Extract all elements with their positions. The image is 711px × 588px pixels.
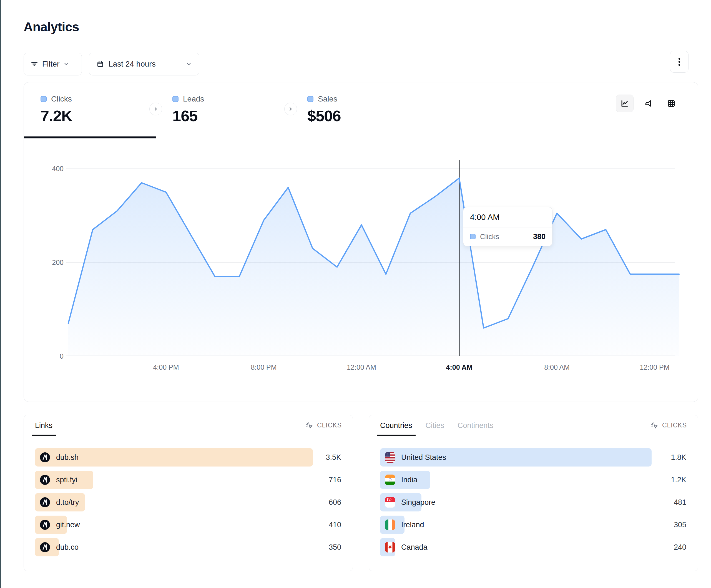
country-label: United States <box>401 453 446 462</box>
expand-leads-button[interactable] <box>284 103 297 115</box>
link-label: d.to/try <box>56 498 79 507</box>
line-chart-view-button[interactable] <box>616 95 633 112</box>
link-row-dub-sh[interactable]: dub.sh 3.5K <box>35 448 342 467</box>
more-menu-button[interactable] <box>670 51 689 73</box>
flag-ireland-icon <box>385 520 395 530</box>
date-range-button[interactable]: Last 24 hours <box>89 53 199 75</box>
stats-tabstrip: Clicks 7.2K Leads 165 Sales $506 <box>24 82 698 138</box>
tab-clicks[interactable]: Clicks 7.2K <box>24 82 156 138</box>
country-value: 1.8K <box>671 453 687 462</box>
link-value: 3.5K <box>326 453 342 462</box>
country-row-ireland[interactable]: Ireland 305 <box>380 516 687 534</box>
metric-label: CLICKS <box>662 422 687 429</box>
clicks-area-chart[interactable]: 0200400 4:00 PM8:00 PM12:00 AM4:00 AM8:0… <box>24 138 698 402</box>
flag-united-states-icon <box>385 452 395 462</box>
funnel-view-button[interactable] <box>639 95 657 112</box>
x-axis-tick-label: 4:00 AM <box>446 363 473 371</box>
expand-clicks-button[interactable] <box>149 103 162 115</box>
tab-continents[interactable]: Continents <box>457 415 493 436</box>
dub-logo-icon <box>40 452 50 462</box>
sales-legend-square-icon <box>307 96 314 102</box>
table-view-button[interactable] <box>663 95 680 112</box>
dub-logo-icon <box>40 497 50 507</box>
stat-value: 165 <box>172 107 291 125</box>
line-chart-icon <box>620 99 629 108</box>
chart-type-switcher <box>616 95 680 112</box>
x-axis-tick-label: 8:00 AM <box>544 363 570 371</box>
y-axis-tick-label: 200 <box>33 258 64 267</box>
filter-icon <box>30 60 38 68</box>
links-metric-button[interactable]: CLICKS <box>305 421 342 430</box>
link-label: dub.sh <box>56 453 79 462</box>
cursor-click-icon <box>650 421 659 430</box>
link-row-dub-co[interactable]: dub.co 350 <box>35 538 342 557</box>
tooltip-value: 380 <box>533 232 545 241</box>
links-panel-header: Links CLICKS <box>24 415 353 436</box>
filter-button[interactable]: Filter <box>24 53 82 75</box>
kebab-menu-icon <box>675 57 684 67</box>
chevron-right-icon <box>288 106 294 112</box>
link-row-spti-fyi[interactable]: spti.fyi 716 <box>35 471 342 489</box>
metric-label: CLICKS <box>317 422 342 429</box>
area-fill <box>68 178 679 356</box>
country-label: Singapore <box>401 498 435 507</box>
country-row-canada[interactable]: Canada 240 <box>380 538 687 557</box>
dub-logo-icon <box>40 520 50 530</box>
chart-canvas <box>66 156 681 356</box>
country-row-united-states[interactable]: United States 1.8K <box>380 448 687 467</box>
link-value: 606 <box>329 498 342 507</box>
tab-countries[interactable]: Countries <box>380 415 412 436</box>
countries-panel: Countries Cities Continents CLICKS <box>369 415 698 571</box>
dub-logo-icon <box>40 475 50 485</box>
dub-logo-icon <box>40 542 50 552</box>
tab-cities[interactable]: Cities <box>426 415 445 436</box>
chevron-down-icon <box>186 61 192 67</box>
x-axis: 4:00 PM8:00 PM12:00 AM4:00 AM8:00 AM12:0… <box>66 363 681 373</box>
countries-panel-header: Countries Cities Continents CLICKS <box>369 415 698 436</box>
link-value: 716 <box>329 476 342 484</box>
page-title: Analytics <box>24 19 79 35</box>
link-label: spti.fyi <box>56 476 78 484</box>
chevron-right-icon <box>153 106 158 112</box>
leads-legend-square-icon <box>172 96 178 102</box>
tab-leads[interactable]: Leads 165 <box>156 82 291 138</box>
x-axis-tick-label: 12:00 PM <box>640 363 669 371</box>
link-row-d-to-try[interactable]: d.to/try 606 <box>35 493 342 512</box>
tab-links[interactable]: Links <box>35 415 52 436</box>
stat-label: Sales <box>318 95 337 104</box>
y-axis-tick-label: 0 <box>33 352 64 361</box>
stat-label: Leads <box>183 95 204 104</box>
tooltip-series-label: Clicks <box>480 232 499 241</box>
calendar-icon <box>96 60 104 68</box>
link-row-git-new[interactable]: git.new 410 <box>35 516 342 534</box>
countries-list: United States 1.8K India 1.2K <box>369 436 698 557</box>
date-range-label: Last 24 hours <box>109 60 156 68</box>
x-axis-tick-label: 4:00 PM <box>153 363 179 371</box>
link-value: 410 <box>329 521 342 529</box>
stat-value: 7.2K <box>41 107 156 125</box>
country-value: 1.2K <box>671 476 687 484</box>
flag-india-icon <box>385 475 395 485</box>
stat-label: Clicks <box>51 95 72 104</box>
link-label: git.new <box>56 521 80 529</box>
x-axis-tick-label: 12:00 AM <box>347 363 376 371</box>
filter-label: Filter <box>42 60 59 68</box>
grid-table-icon <box>667 99 676 108</box>
country-label: Canada <box>401 543 428 552</box>
country-value: 481 <box>674 498 687 507</box>
chart-tooltip: 4:00 AM Clicks 380 <box>463 207 553 246</box>
chevron-down-icon <box>63 61 69 67</box>
x-axis-tick-label: 8:00 PM <box>251 363 277 371</box>
flag-canada-icon <box>385 542 395 552</box>
analytics-card: Clicks 7.2K Leads 165 Sales $506 <box>24 82 698 402</box>
link-label: dub.co <box>56 543 79 552</box>
countries-metric-button[interactable]: CLICKS <box>650 421 687 430</box>
country-value: 305 <box>674 521 687 529</box>
country-row-singapore[interactable]: Singapore 481 <box>380 493 687 512</box>
country-label: India <box>401 476 417 484</box>
clicks-legend-square-icon <box>41 96 47 102</box>
tooltip-time-label: 4:00 AM <box>464 207 552 227</box>
left-edge-strip <box>0 0 1 588</box>
country-row-india[interactable]: India 1.2K <box>380 471 687 489</box>
links-list: dub.sh 3.5K spti.fyi 716 d.to/try 606 <box>24 436 353 557</box>
